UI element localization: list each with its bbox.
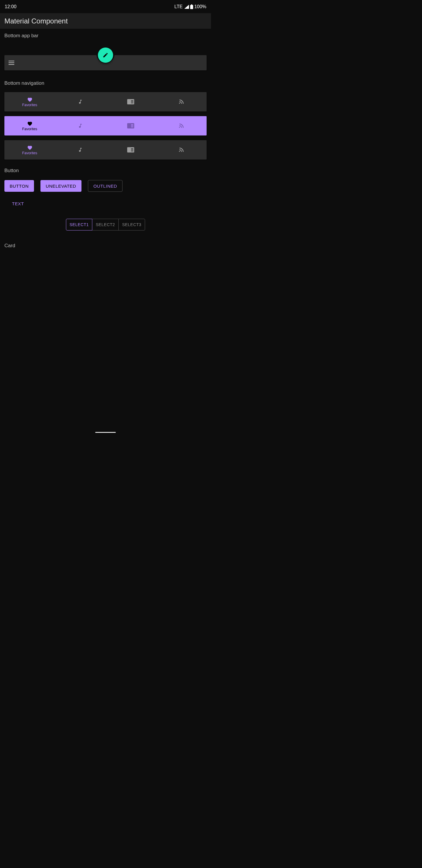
nav-item-feed[interactable]: [156, 116, 207, 135]
svg-rect-4: [131, 101, 133, 102]
nav-item-feed[interactable]: [156, 92, 207, 112]
edit-icon: [103, 52, 108, 58]
svg-rect-3: [131, 100, 133, 101]
outlined-button[interactable]: OUTLINED: [88, 180, 123, 192]
reader-icon: [127, 123, 134, 128]
nav-item-music[interactable]: [55, 92, 106, 112]
segment-select2[interactable]: SELECT2: [92, 219, 119, 230]
svg-rect-11: [131, 148, 133, 149]
battery-icon: [190, 4, 193, 9]
nav-item-reader[interactable]: [105, 140, 156, 159]
bottom-navigation-light: Favorites: [4, 116, 206, 135]
section-label-button: Button: [4, 168, 206, 174]
nav-item-label: Favorites: [22, 127, 37, 131]
rss-icon: [178, 147, 184, 153]
text-button[interactable]: TEXT: [7, 198, 29, 209]
contained-button[interactable]: BUTTON: [4, 180, 34, 192]
nav-item-reader[interactable]: [105, 92, 156, 112]
status-time: 12:00: [5, 4, 17, 9]
svg-rect-9: [131, 127, 133, 127]
button-row: BUTTON UNELEVATED OUTLINED: [4, 180, 206, 192]
heart-icon: [26, 145, 33, 150]
nav-item-music[interactable]: [55, 140, 106, 159]
nav-item-music[interactable]: [55, 116, 106, 135]
svg-rect-13: [131, 151, 133, 151]
music-note-icon: [78, 123, 83, 129]
svg-rect-0: [191, 4, 192, 5]
fab-edit-button[interactable]: [98, 48, 113, 63]
status-right: LTE 100%: [174, 4, 206, 9]
nav-item-favorites[interactable]: Favorites: [4, 92, 55, 112]
rss-icon: [178, 99, 184, 105]
segment-select3[interactable]: SELECT3: [119, 219, 145, 230]
page-title: Material Component: [4, 17, 68, 25]
status-network-label: LTE: [174, 4, 183, 9]
status-battery-pct: 100%: [194, 4, 206, 9]
status-bar: 12:00 LTE 100%: [0, 0, 211, 13]
heart-icon: [26, 96, 33, 102]
gesture-handle[interactable]: [95, 432, 116, 433]
svg-rect-7: [131, 124, 133, 125]
svg-rect-8: [131, 125, 133, 126]
bottom-navigation-dark-2: Favorites: [4, 140, 206, 159]
nav-item-favorites[interactable]: Favorites: [4, 140, 55, 159]
section-label-card: Card: [4, 243, 206, 249]
reader-icon: [127, 147, 134, 153]
svg-rect-12: [131, 150, 133, 150]
svg-rect-5: [131, 103, 133, 103]
bottom-app-bar-demo: [4, 48, 206, 71]
nav-item-label: Favorites: [22, 103, 37, 107]
bottom-navigation-dark-1: Favorites: [4, 92, 206, 112]
segment-select1[interactable]: SELECT1: [66, 219, 92, 230]
segmented-group: SELECT1 SELECT2 SELECT3: [4, 219, 206, 230]
signal-icon: [184, 5, 189, 9]
section-label-bottom-app-bar: Bottom app bar: [4, 33, 206, 39]
section-label-bottom-navigation: Bottom navigation: [4, 80, 206, 86]
music-note-icon: [78, 147, 83, 153]
nav-item-favorites[interactable]: Favorites: [4, 116, 55, 135]
nav-item-label: Favorites: [22, 151, 37, 155]
svg-rect-1: [190, 5, 193, 9]
unelevated-button[interactable]: UNELEVATED: [40, 180, 82, 192]
nav-item-reader[interactable]: [105, 116, 156, 135]
reader-icon: [127, 99, 134, 104]
app-bar: Material Component: [0, 13, 211, 29]
music-note-icon: [78, 98, 83, 105]
nav-item-feed[interactable]: [156, 140, 207, 159]
rss-icon: [178, 123, 184, 129]
heart-icon: [26, 121, 33, 126]
menu-icon[interactable]: [8, 61, 14, 65]
